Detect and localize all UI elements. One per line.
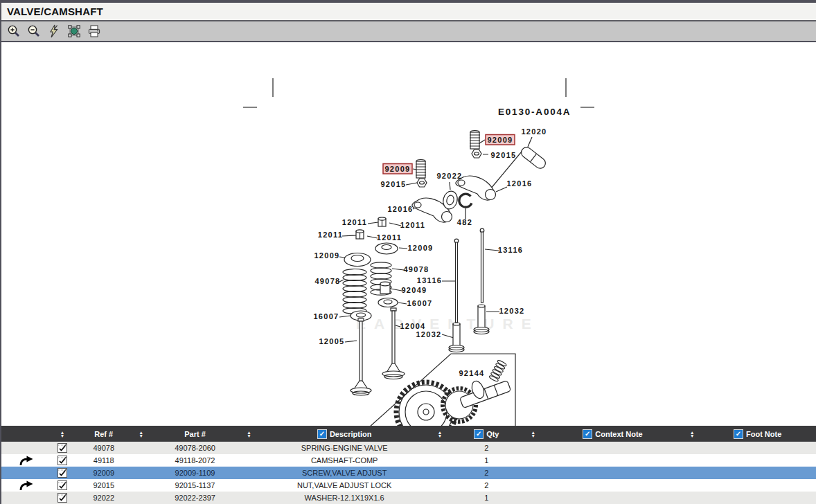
hotspot-map-button[interactable] [66,24,82,39]
part-label-12016[interactable]: 12016 [387,205,413,213]
header-description[interactable]: ✓ Description [256,429,433,439]
part-label-12020[interactable]: 12020 [521,127,547,136]
part-label-49078[interactable]: 49078 [403,265,429,273]
svg-text:482: 482 [457,218,472,226]
parts-catalog-window: VALVE/CAMSHAFT [0,0,816,504]
header-ref[interactable]: Ref # [73,430,134,438]
table-row[interactable]: 9200992009-1109SCREW,VALVE ADJUST2 [1,467,816,479]
edit-cell-icon[interactable] [57,468,67,478]
parts-table-header: ▲▼ Ref # ▲▼ Part # ▲▼ ✓ Description ▲▼ ✓… [1,426,816,442]
svg-text:12004: 12004 [400,322,425,330]
row-qty: 2 [447,469,526,477]
sort-control[interactable]: ▲▼ [242,431,256,438]
svg-text:12011: 12011 [400,221,425,229]
table-row[interactable]: 9202292022-2397WASHER-12.1X19X1.61 [1,492,816,504]
zoom-in-icon [7,24,21,38]
svg-text:92009: 92009 [384,165,410,173]
svg-text:92144: 92144 [459,369,484,377]
part-label-13116[interactable]: 13116 [498,246,523,254]
part-label-12011[interactable]: 12011 [342,218,367,226]
sort-control[interactable]: ▲▼ [134,431,148,438]
svg-text:92015: 92015 [380,180,406,188]
sort-control[interactable]: ▲▼ [685,431,699,438]
part-label-482[interactable]: 482 [457,218,472,226]
part-label-92009[interactable]: 92009 [486,135,515,145]
row-edit-cell [51,468,73,478]
exploded-diagram: EADVENTURE [1,42,816,426]
edit-cell-icon[interactable] [57,480,67,490]
row-ref-number: 49078 [73,444,134,452]
row-edit-cell [51,456,73,465]
lightning-icon [47,24,61,38]
sort-down-icon: ▼ [139,434,143,438]
row-ref-number: 49118 [73,456,134,465]
part-label-92049[interactable]: 92049 [401,286,427,294]
table-row[interactable]: 4911849118-2072CAMSHAFT-COMP1 [1,454,816,467]
part-label-49078[interactable]: 49078 [314,277,340,285]
sort-control[interactable]: ▲▼ [433,431,447,438]
part-label-12009[interactable]: 12009 [407,244,433,252]
part-label-12005[interactable]: 12005 [319,337,344,345]
part-label-12011[interactable]: 12011 [318,231,343,239]
zoom-out-button[interactable] [26,24,42,39]
header-foot-note[interactable]: ✓ Foot Note [699,429,816,439]
row-arrow-cell [1,480,51,491]
part-label-92022[interactable]: 92022 [436,172,462,180]
part-label-16007[interactable]: 16007 [407,299,432,307]
sort-control[interactable]: ▲▼ [51,431,73,438]
svg-text:16007: 16007 [407,299,432,307]
svg-text:92022: 92022 [436,172,462,180]
context-note-column-checkbox[interactable]: ✓ [583,429,592,439]
part-label-92015[interactable]: 92015 [490,151,516,159]
header-context-note[interactable]: ✓ Context Note [540,429,686,439]
goto-diagram-arrow-icon[interactable] [19,456,34,466]
sort-down-icon: ▼ [247,434,251,438]
part-label-92144[interactable]: 92144 [459,369,484,377]
qty-column-checkbox[interactable]: ✓ [474,429,484,439]
title-bar: VALVE/CAMSHAFT [1,0,816,21]
flash-highlight-button[interactable] [46,24,62,39]
table-row[interactable]: 4907849078-2060SPRING-ENGINE VALVE2 [1,442,816,454]
edit-cell-icon[interactable] [57,443,67,453]
svg-text:12032: 12032 [499,307,524,315]
toolbar [1,21,816,42]
zoom-in-button[interactable] [6,24,21,39]
table-row[interactable]: 9201592015-1137NUT,VALVE ADJUST LOCK2 [1,479,816,492]
part-label-13116[interactable]: 13116 [417,276,442,285]
part-label-16007[interactable]: 16007 [313,312,339,321]
svg-text:92049: 92049 [401,286,427,294]
svg-text:13116: 13116 [417,276,442,285]
edit-cell-icon[interactable] [57,456,67,465]
header-qty[interactable]: ✓ Qty [447,429,526,439]
part-label-12032[interactable]: 12032 [499,307,524,315]
part-label-12032[interactable]: 12032 [416,330,441,339]
part-label-12004[interactable]: 12004 [400,322,425,330]
description-column-checkbox[interactable]: ✓ [317,429,327,439]
hotspot-map-icon [67,24,81,38]
row-part-number: 92009-1109 [148,469,242,477]
row-qty: 2 [447,444,526,452]
edit-cell-icon[interactable] [57,493,67,503]
part-label-12011[interactable]: 12011 [377,233,402,242]
part-label-12016[interactable]: 12016 [506,179,532,188]
goto-diagram-arrow-icon[interactable] [19,480,34,491]
part-label-92015[interactable]: 92015 [380,180,406,188]
row-part-number: 49078-2060 [148,444,242,452]
print-button[interactable] [87,24,102,39]
row-description: SCREW,VALVE ADJUST [256,469,433,477]
svg-text:12009: 12009 [407,244,433,252]
part-label-12009[interactable]: 12009 [314,251,339,260]
row-description: CAMSHAFT-COMP [256,456,433,465]
part-label-12011[interactable]: 12011 [400,221,425,229]
part-label-92009[interactable]: 92009 [383,164,412,174]
header-part[interactable]: Part # [148,430,242,438]
svg-text:13116: 13116 [498,246,523,254]
foot-note-column-checkbox[interactable]: ✓ [734,429,743,439]
row-ref-number: 92022 [73,494,134,502]
sort-down-icon: ▼ [60,434,64,438]
parts-table-body: 4907849078-2060SPRING-ENGINE VALVE249118… [1,442,816,504]
sort-control[interactable]: ▲▼ [526,431,540,438]
svg-text:12009: 12009 [314,251,339,260]
exploded-diagram-panel: EADVENTURE [1,42,816,426]
svg-text:49078: 49078 [314,277,340,285]
